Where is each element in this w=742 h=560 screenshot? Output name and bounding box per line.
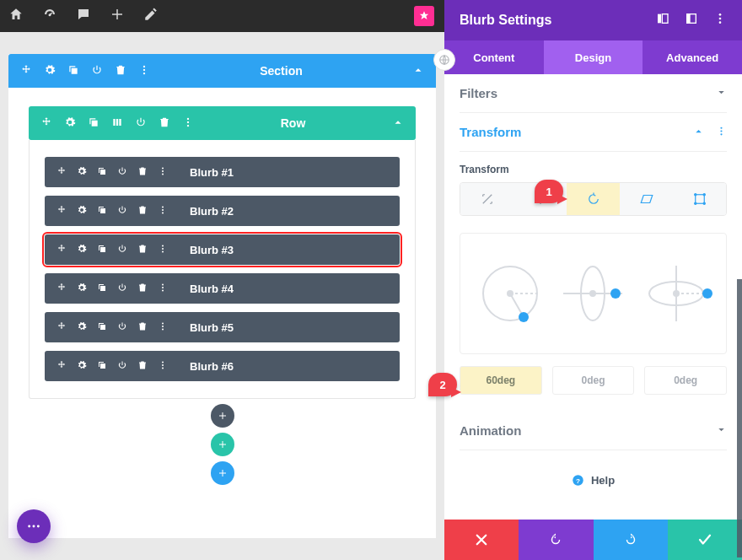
trash-icon[interactable]: [137, 205, 148, 218]
move-icon[interactable]: [20, 64, 32, 78]
plus-icon[interactable]: [110, 7, 125, 25]
accordion-filters[interactable]: Filters: [460, 74, 727, 113]
duplicate-icon[interactable]: [97, 321, 107, 334]
brand-badge[interactable]: [414, 6, 434, 26]
columns-icon[interactable]: [111, 116, 123, 131]
help-link[interactable]: ? Help: [460, 450, 727, 507]
tab-advanced[interactable]: Advanced: [643, 40, 742, 74]
power-icon[interactable]: [117, 321, 127, 334]
gear-icon[interactable]: [77, 166, 87, 179]
transform-tab-origin[interactable]: [673, 183, 726, 215]
move-icon[interactable]: [56, 244, 67, 256]
rotate-preview[interactable]: [460, 233, 727, 354]
rotate-x-dial[interactable]: [638, 256, 714, 331]
move-icon[interactable]: [56, 360, 67, 373]
more-icon[interactable]: [158, 283, 168, 295]
gauge-icon[interactable]: [42, 7, 57, 25]
rotate-value-1[interactable]: 0deg: [552, 366, 635, 395]
redo-button[interactable]: [594, 520, 668, 560]
trash-icon[interactable]: [137, 283, 148, 295]
duplicate-icon[interactable]: [97, 166, 107, 179]
rotate-value-2[interactable]: 0deg: [644, 366, 727, 395]
move-icon[interactable]: [56, 283, 67, 295]
gear-icon[interactable]: [77, 360, 87, 373]
trash-icon[interactable]: [137, 166, 148, 179]
svg-point-0: [143, 65, 145, 67]
expand-icon[interactable]: [685, 12, 698, 29]
tab-content[interactable]: Content: [444, 40, 544, 74]
svg-point-39: [694, 194, 696, 196]
duplicate-icon[interactable]: [88, 116, 99, 131]
module-item[interactable]: Blurb #4: [45, 273, 400, 304]
rotate-value-0[interactable]: 60deg: [460, 366, 542, 395]
collapse-row[interactable]: [380, 116, 416, 131]
collapse-section[interactable]: [401, 64, 436, 78]
section-header[interactable]: Section: [8, 54, 436, 88]
more-icon[interactable]: [158, 321, 168, 334]
svg-point-46: [507, 290, 513, 297]
move-icon[interactable]: [56, 321, 67, 334]
comment-icon[interactable]: [76, 7, 91, 25]
fab-more-button[interactable]: [17, 509, 51, 543]
tab-design[interactable]: Design: [544, 40, 643, 74]
row-header[interactable]: Row: [29, 106, 416, 140]
gear-icon[interactable]: [77, 244, 87, 256]
module-item[interactable]: Blurb #1: [45, 157, 400, 187]
accordion-transform[interactable]: Transform: [460, 113, 727, 152]
add-section-button[interactable]: [211, 461, 234, 485]
gear-icon[interactable]: [77, 205, 87, 218]
trash-icon[interactable]: [137, 321, 148, 334]
power-icon[interactable]: [117, 360, 127, 373]
module-item[interactable]: Blurb #3: [45, 234, 400, 265]
duplicate-icon[interactable]: [97, 244, 107, 256]
cancel-button[interactable]: [444, 520, 519, 560]
rotate-y-dial[interactable]: [555, 256, 631, 331]
power-icon[interactable]: [117, 283, 127, 295]
move-icon[interactable]: [56, 205, 67, 218]
add-row-button[interactable]: [211, 433, 234, 456]
duplicate-icon[interactable]: [67, 64, 79, 78]
trash-icon[interactable]: [115, 64, 126, 78]
globe-button[interactable]: [433, 49, 455, 71]
add-module-button[interactable]: [211, 404, 234, 428]
more-icon[interactable]: [182, 116, 194, 131]
scrollbar[interactable]: [737, 279, 742, 557]
undo-button[interactable]: [519, 520, 593, 560]
accordion-animation[interactable]: Animation: [460, 412, 727, 450]
gear-icon[interactable]: [64, 116, 76, 131]
save-button[interactable]: [668, 520, 742, 560]
snap-left-icon[interactable]: [656, 12, 669, 29]
transform-tab-skew[interactable]: [620, 183, 673, 215]
gear-icon[interactable]: [44, 64, 56, 78]
more-icon[interactable]: [138, 64, 150, 78]
gear-icon[interactable]: [77, 283, 87, 295]
transform-tab-rotate[interactable]: [567, 183, 620, 215]
more-icon[interactable]: [716, 125, 727, 139]
module-item[interactable]: Blurb #5: [45, 312, 400, 342]
more-icon[interactable]: [158, 244, 168, 256]
more-icon[interactable]: [158, 205, 168, 218]
duplicate-icon[interactable]: [97, 360, 107, 373]
home-icon[interactable]: [8, 7, 24, 25]
power-icon[interactable]: [135, 116, 147, 131]
more-icon[interactable]: [713, 12, 727, 29]
duplicate-icon[interactable]: [97, 283, 107, 295]
transform-tab-scale[interactable]: [460, 183, 513, 215]
gear-icon[interactable]: [77, 321, 87, 334]
power-icon[interactable]: [91, 64, 103, 78]
trash-icon[interactable]: [137, 244, 148, 256]
pencil-icon[interactable]: [143, 7, 159, 25]
trash-icon[interactable]: [159, 116, 170, 131]
move-icon[interactable]: [40, 116, 52, 131]
more-icon[interactable]: [158, 166, 168, 179]
more-icon[interactable]: [158, 360, 168, 373]
module-item[interactable]: Blurb #6: [45, 351, 400, 381]
module-item[interactable]: Blurb #2: [45, 196, 400, 226]
power-icon[interactable]: [117, 205, 127, 218]
trash-icon[interactable]: [137, 360, 148, 373]
power-icon[interactable]: [117, 166, 127, 179]
duplicate-icon[interactable]: [97, 205, 107, 218]
power-icon[interactable]: [117, 244, 127, 256]
rotate-z-dial[interactable]: [472, 256, 548, 331]
move-icon[interactable]: [56, 166, 67, 179]
